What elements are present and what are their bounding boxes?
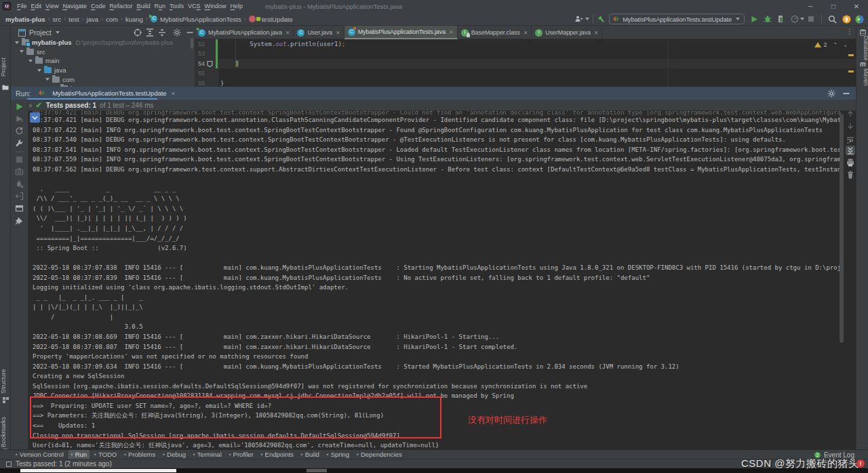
breadcrumb-item[interactable]: MybatisPlusApplicationTests	[151, 16, 249, 23]
tool-stripe-structure[interactable]: Structure	[0, 366, 11, 397]
tool-window-button[interactable]: ▪ Endpoints	[258, 450, 296, 459]
chevron-down-icon[interactable]	[585, 18, 589, 20]
line-number[interactable]: 54	[195, 59, 205, 68]
breadcrumb-item[interactable]: testUpdate	[249, 16, 293, 23]
rerun-button[interactable]	[15, 102, 24, 112]
hide-run-panel-icon[interactable]	[842, 89, 850, 98]
project-scrollbar[interactable]	[191, 38, 193, 49]
debug-button[interactable]	[764, 15, 772, 23]
plugin-icon[interactable]	[855, 15, 864, 24]
tree-row[interactable]: java	[11, 66, 195, 75]
tool-stripe-project[interactable]: Project	[0, 53, 11, 81]
build-hammer-icon[interactable]	[597, 15, 606, 24]
menu-item[interactable]: Code	[89, 0, 108, 12]
line-number[interactable]: 55	[195, 68, 205, 78]
tool-window-switcher-icon[interactable]	[6, 461, 12, 467]
breadcrumb-item[interactable]: kuang	[125, 16, 151, 23]
tree-row[interactable]: com	[11, 75, 195, 84]
up-stack-trace-icon[interactable]	[846, 109, 855, 119]
test-settings-wrench-icon[interactable]	[15, 139, 24, 148]
chevron-down-icon[interactable]	[800, 18, 804, 20]
run-settings-gear-icon[interactable]	[827, 89, 835, 98]
expand-all-icon[interactable]	[146, 28, 154, 37]
menu-item[interactable]: Refactor	[107, 0, 134, 12]
tool-window-button[interactable]: ▪ Version Control	[13, 450, 66, 459]
tool-window-button[interactable]: ▪ Dependencies	[354, 450, 405, 459]
tree-row[interactable]: main	[11, 56, 195, 66]
close-tab-icon[interactable]: ✕	[449, 29, 454, 35]
tool-stripe-database[interactable]: Database	[859, 36, 868, 58]
menu-item[interactable]: Run	[153, 0, 168, 12]
chevron-expanded-icon[interactable]	[28, 60, 33, 62]
scroll-down-button[interactable]	[30, 112, 40, 123]
down-stack-trace-icon[interactable]	[846, 121, 855, 131]
chevron-down-icon[interactable]	[56, 31, 60, 34]
menu-item[interactable]: Window	[203, 0, 229, 12]
tree-row[interactable]: mybatis-plus D:\project\springboot\mybat…	[11, 38, 195, 47]
clear-console-icon[interactable]	[846, 170, 855, 180]
run-console[interactable]: 08:37:07.421 [main] DEBUG org.springfram…	[28, 110, 841, 449]
import-test-results-icon[interactable]	[15, 192, 24, 201]
ide-update-icon[interactable]	[842, 15, 851, 24]
close-tab-icon[interactable]: ✕	[285, 30, 290, 36]
editor-tab[interactable]: UserMapper.java ✕	[532, 26, 602, 39]
status-message[interactable]: Tests passed: 1 (2 minutes ago)	[16, 460, 112, 468]
line-number[interactable]: 52	[195, 39, 205, 49]
ignore-test-icon[interactable]	[15, 180, 24, 189]
code-editor[interactable]: 5253545556 System.out.println(user1); }}…	[195, 39, 856, 87]
run-configuration-select[interactable]: MybatisPlusApplicationTests.testUpdate	[609, 14, 745, 24]
menu-item[interactable]: VCS	[186, 0, 203, 12]
close-button[interactable]: ✕	[845, 0, 868, 12]
warning-stripe-mark[interactable]	[848, 70, 854, 73]
breadcrumb-item[interactable]: src	[53, 16, 69, 23]
hide-panel-icon[interactable]	[186, 28, 194, 37]
tool-window-button[interactable]: ▪ Run	[68, 450, 90, 459]
chevron-expanded-icon[interactable]	[37, 69, 41, 72]
tool-window-button[interactable]: ▪ Build	[298, 450, 322, 459]
code-area[interactable]: System.out.println(user1); }}	[220, 39, 345, 87]
run-button[interactable]	[751, 16, 758, 23]
close-run-tab-icon[interactable]: ×	[172, 90, 175, 97]
console-scrollbar[interactable]	[840, 114, 844, 343]
line-number[interactable]: 53	[195, 49, 205, 58]
print-icon[interactable]	[846, 158, 855, 167]
profiler-button[interactable]	[791, 15, 799, 23]
rerun-failed-tests-icon[interactable]: 9	[15, 115, 24, 124]
warning-stripe-mark[interactable]	[848, 54, 854, 56]
maximize-button[interactable]: □	[822, 0, 845, 12]
update-project-icon[interactable]	[574, 15, 583, 23]
run-with-coverage-button[interactable]	[777, 15, 785, 23]
locate-file-icon[interactable]	[134, 28, 142, 37]
collapse-all-icon[interactable]	[158, 28, 166, 37]
menu-item[interactable]: Help	[229, 0, 245, 12]
inspections-widget[interactable]: 2 ⌃ ⌄	[814, 41, 848, 48]
pin-tab-icon[interactable]	[15, 216, 24, 226]
gutter-bookmark-icon[interactable]	[207, 61, 213, 67]
toggle-auto-test-icon[interactable]	[15, 127, 24, 136]
line-number[interactable]: 56	[195, 79, 205, 87]
breadcrumb-item[interactable]: java	[87, 16, 106, 23]
close-tab-icon[interactable]: ✕	[524, 30, 528, 36]
test-history-icon[interactable]	[15, 167, 24, 177]
editor-tab[interactable]: MybatisPlusApplication.java ✕	[195, 26, 294, 39]
breadcrumb-item[interactable]: test	[68, 16, 86, 23]
project-header-label[interactable]: Project	[29, 28, 52, 37]
editor-tab[interactable]: BaseMapper.class ✕	[458, 26, 532, 39]
scroll-to-end-icon[interactable]	[846, 146, 855, 155]
tool-window-button[interactable]: ▪ Terminal	[191, 450, 224, 459]
menu-item[interactable]: Navigate	[60, 0, 89, 12]
tool-window-button[interactable]: ▪ TODO	[92, 450, 119, 459]
breadcrumb-item[interactable]: com	[106, 16, 125, 23]
tool-window-button[interactable]: ▪ Spring	[324, 450, 352, 459]
menu-item[interactable]: Build	[134, 0, 152, 12]
prev-warning-icon[interactable]: ⌃	[833, 42, 838, 48]
soft-wrap-icon[interactable]	[846, 135, 855, 144]
console-layout-icon[interactable]	[15, 204, 24, 213]
editor-tab[interactable]: User.java ✕	[294, 26, 344, 39]
tree-row[interactable]: src	[11, 47, 195, 57]
tool-window-button[interactable]: ▪ Debug	[160, 450, 189, 459]
tool-stripe-bookmarks[interactable]: Bookmarks	[0, 416, 11, 447]
chevron-expanded-icon[interactable]	[45, 78, 50, 81]
chevron-expanded-icon[interactable]	[15, 41, 19, 44]
menu-item[interactable]: View	[43, 0, 60, 12]
